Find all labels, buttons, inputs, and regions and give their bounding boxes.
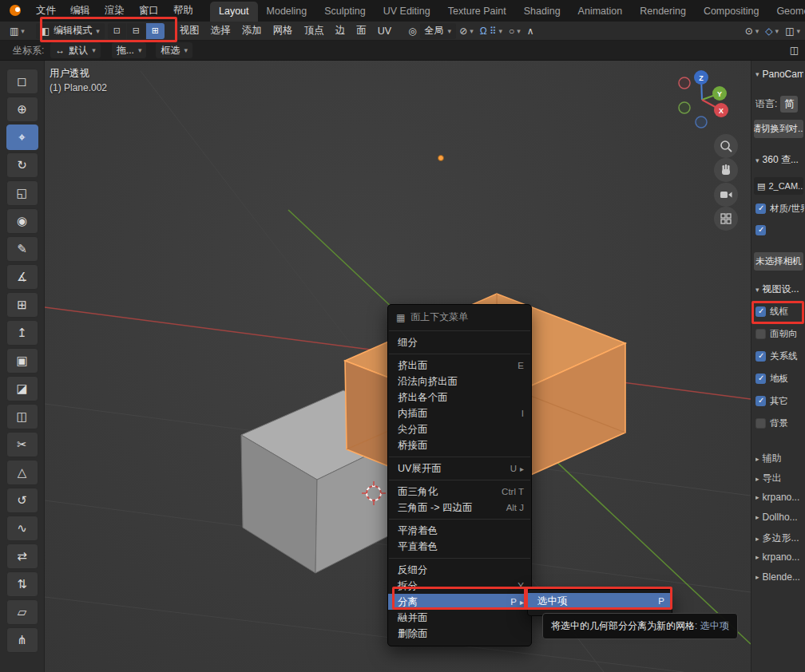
tool-transform[interactable]: ◉ xyxy=(6,208,38,234)
tool-measure[interactable]: ∡ xyxy=(6,264,38,290)
menu-item-delete-faces[interactable]: 删除面 xyxy=(388,626,531,642)
tab-compositing[interactable]: Compositing xyxy=(695,2,767,22)
tool-loop-cut[interactable]: ◫ xyxy=(6,404,38,429)
tab-modeling[interactable]: Modeling xyxy=(258,2,316,22)
tab-geometry-nodes[interactable]: Geometry Nodes xyxy=(767,2,805,22)
menu-item-dissolve-faces[interactable]: 融并面 xyxy=(388,610,531,626)
axis-minus-z[interactable] xyxy=(696,117,707,128)
show-object-types-dropdown[interactable]: ⊙ ▾ xyxy=(742,23,763,39)
tab-shading[interactable]: Shading xyxy=(515,2,569,22)
tool-spin[interactable]: ↺ xyxy=(6,488,38,513)
menu-item-extrude-along-normals[interactable]: 沿法向挤出面 xyxy=(388,374,531,389)
checkbox-icon[interactable] xyxy=(755,306,766,317)
menu-item-uv-unwrap[interactable]: UV展开面U▸ xyxy=(388,461,531,476)
menu-item-separate[interactable]: 分离P▸ xyxy=(388,594,531,610)
section-aux[interactable]: ▸ 辅助 xyxy=(755,452,803,465)
menu-item-subdivide[interactable]: 细分 xyxy=(388,334,531,350)
camera-dropdown[interactable]: ▤ 2_CAM... xyxy=(754,177,803,195)
menu-item-poke-faces[interactable]: 尖分面 xyxy=(388,421,531,437)
menu-view[interactable]: 视图 xyxy=(174,24,205,38)
blender-logo-icon[interactable] xyxy=(8,5,24,17)
menu-render[interactable]: 渲染 xyxy=(97,0,132,22)
toggle-background[interactable]: 背景 xyxy=(755,415,804,431)
toggle-face-orientation[interactable]: 面朝向 xyxy=(755,326,804,342)
checkbox-icon[interactable] xyxy=(755,204,766,214)
tool-shear[interactable]: ▱ xyxy=(6,599,38,625)
tool-poly-build[interactable]: △ xyxy=(6,460,38,485)
tool-move[interactable]: ⌖ xyxy=(6,125,38,150)
drag-dropdown[interactable]: 拖... ▾ xyxy=(112,42,147,58)
menu-item-triangulate[interactable]: 面三角化Ctrl T xyxy=(388,484,531,500)
checkbox-icon[interactable] xyxy=(755,374,766,384)
ortho-toggle-button[interactable] xyxy=(714,207,738,231)
menu-uv[interactable]: UV xyxy=(372,26,397,37)
toggle-relationship-lines[interactable]: 关系线 xyxy=(755,348,804,364)
toggle-floor[interactable]: 地板 xyxy=(755,370,804,386)
vertex-select-button[interactable]: ⊡ xyxy=(108,23,126,39)
menu-item-bridge-faces[interactable]: 桥接面 xyxy=(388,437,531,453)
tool-extrude-region[interactable]: ↥ xyxy=(6,320,38,346)
tab-sculpting[interactable]: Sculpting xyxy=(315,2,374,22)
menu-help[interactable]: 帮助 xyxy=(166,0,200,22)
tool-shrink-fatten[interactable]: ⇅ xyxy=(6,571,38,597)
navigation-gizmo[interactable]: Z Y X xyxy=(673,67,737,131)
axis-minus-x[interactable] xyxy=(679,77,690,89)
menu-item-shade-smooth[interactable]: 平滑着色 xyxy=(388,523,531,539)
section-polygon[interactable]: ▸ 多边形... xyxy=(755,532,803,545)
menu-item-split[interactable]: 拆分Y xyxy=(388,578,531,594)
edge-select-button[interactable]: ⊟ xyxy=(127,23,145,39)
menu-item-extrude-faces[interactable]: 挤出面E xyxy=(388,358,531,374)
switch-object-button[interactable]: 请切换到对... xyxy=(754,120,803,138)
pan-button[interactable] xyxy=(714,158,738,182)
axis-minus-y[interactable] xyxy=(679,102,690,113)
menu-item-unsubdivide[interactable]: 反细分 xyxy=(388,562,531,578)
menu-face[interactable]: 面 xyxy=(351,24,372,38)
menu-edge[interactable]: 边 xyxy=(330,24,351,38)
snapping-toggle[interactable]: Ω ⠿ ▾ xyxy=(477,23,506,39)
tool-inset-faces[interactable]: ▣ xyxy=(6,348,38,374)
mode-dropdown[interactable]: ◧ 编辑模式 ▾ xyxy=(36,23,105,39)
tool-smooth[interactable]: ∿ xyxy=(6,516,38,541)
section-export[interactable]: ▸ 导出 xyxy=(755,472,803,485)
section-360-view[interactable]: ▾ 360 查... xyxy=(755,153,803,167)
checkbox-icon[interactable] xyxy=(755,329,766,339)
face-select-button[interactable]: ⊞ xyxy=(146,23,165,39)
grid-corner-icon[interactable]: ◫ xyxy=(787,42,802,58)
tool-cursor[interactable]: ⊕ xyxy=(6,97,38,122)
tool-select-box[interactable]: ◻ xyxy=(6,69,38,94)
coord-system-dropdown[interactable]: ↔ 默认 ▾ xyxy=(50,42,101,58)
tool-edge-slide[interactable]: ⇄ xyxy=(6,544,38,569)
panel-header-panocam[interactable]: ▾ PanoCam... xyxy=(755,69,803,80)
section-viewport-settings[interactable]: ▾ 视图设... xyxy=(755,283,803,296)
tool-scale[interactable]: ◱ xyxy=(6,180,38,206)
menu-file[interactable]: 文件 xyxy=(29,0,63,22)
menu-item-shade-flat[interactable]: 平直着色 xyxy=(388,539,531,555)
tab-uv-editing[interactable]: UV Editing xyxy=(375,2,439,22)
tab-rendering[interactable]: Rendering xyxy=(631,2,695,22)
menu-select[interactable]: 选择 xyxy=(205,24,236,38)
falloff-dropdown[interactable]: ∧ xyxy=(524,23,537,39)
tool-rip-region[interactable]: ⋔ xyxy=(6,627,38,653)
tool-rotate[interactable]: ↻ xyxy=(6,152,38,178)
zoom-button[interactable] xyxy=(714,134,738,158)
orientation-dropdown[interactable]: 全局 ▾ xyxy=(420,23,457,39)
editor-type-button[interactable]: ▥ ▾ xyxy=(6,23,28,39)
snap-target-dropdown[interactable]: ⊘ ▾ xyxy=(456,23,477,39)
section-krpano-1[interactable]: ▸ krpano... xyxy=(755,492,803,503)
checkbox-icon[interactable] xyxy=(755,351,766,362)
tab-layout[interactable]: Layout xyxy=(210,2,258,22)
tab-texture-paint[interactable]: Texture Paint xyxy=(439,2,515,22)
select-box-dropdown[interactable]: 框选 ▾ xyxy=(156,42,192,58)
no-camera-button[interactable]: 未选择相机 xyxy=(754,252,803,271)
menu-item-tris-to-quads[interactable]: 三角面 -> 四边面Alt J xyxy=(388,500,531,516)
checkbox-icon[interactable] xyxy=(755,418,766,429)
toggle-other[interactable]: 其它 xyxy=(755,393,804,409)
section-krpano-2[interactable]: ▸ krpano... xyxy=(755,551,803,563)
toggle-wireframe[interactable]: 线框 xyxy=(755,303,804,319)
proportional-editing-toggle[interactable]: ○ ▾ xyxy=(506,23,524,39)
tool-add-cube[interactable]: ⊞ xyxy=(6,292,38,318)
menu-add[interactable]: 添加 xyxy=(236,24,268,38)
tool-knife[interactable]: ✂ xyxy=(6,432,38,457)
tab-animation[interactable]: Animation xyxy=(569,2,632,22)
tool-bevel[interactable]: ◪ xyxy=(6,376,38,401)
